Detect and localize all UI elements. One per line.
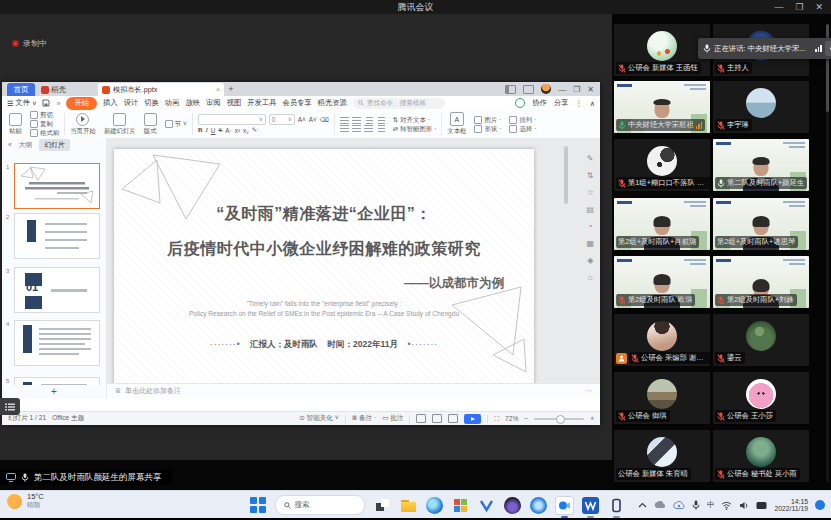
- slide-canvas[interactable]: “及时雨”精准落进“企业田”： 后疫情时代中小微企业纾困解难的政策研究 ——以成…: [107, 138, 600, 383]
- collaborate-button[interactable]: 协作: [532, 98, 547, 108]
- normal-view-icon[interactable]: [416, 414, 426, 423]
- align-right-icon[interactable]: [364, 125, 373, 132]
- cut-button[interactable]: 剪切: [30, 111, 53, 119]
- numbering-icon[interactable]: [352, 117, 361, 124]
- new-slide-button[interactable]: 新建幻灯片: [100, 110, 140, 138]
- participant-tile[interactable]: 中央财经大学宋慰祖: [614, 81, 710, 133]
- increase-font-icon[interactable]: A˄: [298, 116, 306, 123]
- tab-docer-res[interactable]: 稻壳资源: [318, 98, 347, 108]
- tab-transition[interactable]: 切换: [144, 98, 159, 108]
- tencent-meeting-icon[interactable]: [556, 497, 573, 514]
- align-left-icon[interactable]: [340, 125, 349, 132]
- slide-thumbnail-3[interactable]: 3 01: [14, 267, 100, 313]
- participant-tile[interactable]: 公研会 御琪: [614, 372, 710, 424]
- close-tab-icon[interactable]: ×: [216, 86, 220, 93]
- collapse-ribbon-icon[interactable]: ∧: [590, 99, 595, 108]
- beautify-icon[interactable]: ☆: [587, 188, 594, 197]
- font-color-icon[interactable]: A·: [225, 127, 231, 134]
- select-button[interactable]: 选择 ·: [509, 125, 536, 133]
- pen-device-icon[interactable]: [756, 501, 767, 510]
- task-view-icon[interactable]: [374, 497, 391, 514]
- text-box-button[interactable]: A 文本框: [443, 110, 470, 138]
- comments-toggle[interactable]: ▭ 批注: [382, 414, 403, 423]
- participant-tile[interactable]: 公研会 采编部 谢吉…: [614, 314, 710, 366]
- slide-thumbnail-1[interactable]: 1: [14, 163, 100, 209]
- align-text-button[interactable]: ⇅ 对齐文本 ·: [393, 116, 430, 124]
- tab-devtools[interactable]: 开发工具: [247, 98, 276, 108]
- arrange-button[interactable]: 排列 ·: [509, 116, 536, 124]
- clock[interactable]: 14:15 2022/11/19: [774, 498, 808, 513]
- participants-scrollbar[interactable]: [826, 24, 829, 482]
- line-spacing-icon[interactable]: [378, 125, 385, 132]
- participant-tile[interactable]: 李宇琳: [713, 81, 809, 133]
- back-arrow-button[interactable]: [825, 41, 831, 56]
- notes-bar[interactable]: ≣ 单击此处添加备注 ⋯: [107, 383, 600, 398]
- participant-tile[interactable]: 第2组+及时雨队+诸思琴: [713, 198, 809, 250]
- command-search-input[interactable]: 查找命令、搜索模板: [353, 98, 445, 109]
- slides-tab[interactable]: 幻灯片: [39, 139, 69, 151]
- wps-restore-icon[interactable]: ❐: [573, 85, 580, 94]
- tab-view[interactable]: 视图: [227, 98, 242, 108]
- blue-app-icon[interactable]: [530, 497, 547, 514]
- ime-indicator[interactable]: 中: [707, 500, 715, 510]
- tab-slideshow[interactable]: 放映: [185, 98, 200, 108]
- slide-layout-button[interactable]: 版式: [140, 110, 161, 138]
- tray-expand-icon[interactable]: [638, 502, 647, 508]
- bullets-icon[interactable]: [340, 117, 349, 124]
- highlight-icon[interactable]: ✎·: [252, 126, 259, 134]
- slide-thumbnail-4[interactable]: 4: [14, 320, 100, 366]
- collapse-panel-icon[interactable]: «: [8, 141, 12, 148]
- shape-button[interactable]: 形状 ·: [474, 125, 501, 133]
- format-painter-button[interactable]: 格式刷: [30, 129, 59, 137]
- participant-tile[interactable]: 公研会 王小莎: [713, 372, 809, 424]
- reading-view-icon[interactable]: [448, 414, 458, 423]
- canvas-scrollbar[interactable]: [564, 146, 568, 383]
- start-button[interactable]: [250, 497, 266, 513]
- share-button[interactable]: 分享: [554, 98, 569, 108]
- properties-icon[interactable]: ✎: [587, 154, 594, 163]
- zoom-out-button[interactable]: −: [524, 415, 528, 422]
- participant-tile[interactable]: 第二队及时雨队+颜延生: [713, 139, 809, 191]
- wps-home-tab[interactable]: 首页: [7, 83, 35, 96]
- strike-button[interactable]: S: [218, 126, 222, 134]
- participant-tile[interactable]: 公研会 新媒体 王函钰: [614, 24, 710, 76]
- notes-toggle[interactable]: ≣ 备注 ·: [352, 414, 377, 423]
- notes-more-icon[interactable]: ⋯: [585, 387, 592, 395]
- zoom-slider-knob[interactable]: [556, 415, 565, 424]
- media-pane-icon[interactable]: ▦: [586, 239, 594, 248]
- participant-tile[interactable]: 第2组及时雨队+刘姝: [713, 256, 809, 308]
- weather-widget[interactable]: 15°C 晴朗: [7, 493, 44, 509]
- wps-document-tab[interactable]: 模拟市长.pptx ×: [98, 83, 224, 96]
- participant-tile[interactable]: 公研会 秘书处 莫小雨: [713, 430, 809, 482]
- picture-button[interactable]: 图片 ·: [474, 116, 501, 124]
- zoom-level[interactable]: 72%: [505, 415, 518, 422]
- participant-tile[interactable]: 第2组及时雨队 欧琪: [614, 256, 710, 308]
- edge-browser-icon[interactable]: [426, 497, 443, 514]
- slide-1[interactable]: “及时雨”精准落进“企业田”： 后疫情时代中小微企业纾困解难的政策研究 ——以成…: [114, 149, 534, 383]
- close-icon[interactable]: ✕: [815, 0, 823, 14]
- subscript-icon[interactable]: x₂: [243, 127, 249, 134]
- align-center-icon[interactable]: [352, 125, 361, 132]
- more-quick-icon[interactable]: »: [56, 99, 60, 108]
- file-explorer-icon[interactable]: [400, 497, 417, 514]
- add-slide-button[interactable]: +: [2, 385, 106, 398]
- word-icon[interactable]: [582, 497, 599, 514]
- phone-link-icon[interactable]: [608, 497, 625, 514]
- smart-graphic-button[interactable]: ⇄ 转智能图形 ·: [393, 125, 436, 133]
- underline-button[interactable]: U: [211, 127, 216, 134]
- participant-tile[interactable]: 公研会 新媒体 朱育晴: [614, 430, 710, 482]
- v-app-icon[interactable]: [478, 497, 495, 514]
- store-icon[interactable]: [452, 497, 469, 514]
- volume-icon[interactable]: [739, 501, 749, 510]
- increase-indent-icon[interactable]: [378, 117, 385, 124]
- decrease-indent-icon[interactable]: [366, 117, 373, 124]
- section-button[interactable]: 节 ˅: [165, 120, 187, 128]
- tray-mic-icon[interactable]: [692, 500, 700, 510]
- theme-name[interactable]: Office 主题: [52, 414, 84, 423]
- dark-app-icon[interactable]: [504, 497, 521, 514]
- account-avatar[interactable]: [541, 84, 551, 94]
- tab-start[interactable]: 开始: [66, 97, 97, 110]
- tab-list-icon[interactable]: [523, 85, 534, 94]
- participant-tile[interactable]: 鎏云: [713, 314, 809, 366]
- restore-icon[interactable]: ❐: [795, 0, 803, 14]
